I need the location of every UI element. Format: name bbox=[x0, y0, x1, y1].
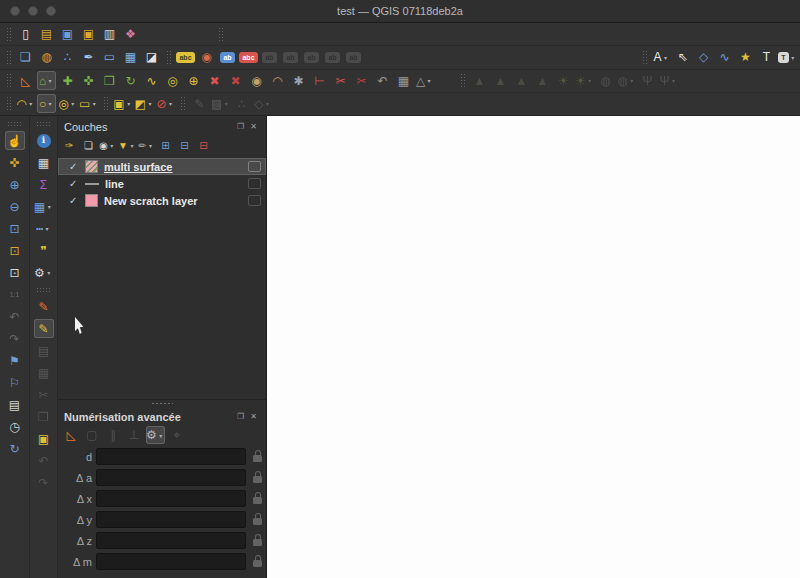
layer-diagram-icon[interactable]: ◉ bbox=[197, 48, 216, 67]
add-group-icon[interactable]: ❏ bbox=[80, 137, 97, 154]
new-bookmark-icon[interactable]: ⚑ bbox=[5, 351, 25, 370]
close-layers-panel-icon[interactable]: ✕ bbox=[247, 122, 260, 131]
deselect-features-icon[interactable]: ⊘▾ bbox=[156, 94, 175, 113]
measure-dropdown[interactable]: ▾ bbox=[43, 225, 51, 232]
select-features-icon[interactable]: ▣▾ bbox=[113, 94, 132, 113]
draw-rectangle-dropdown[interactable]: ▾ bbox=[90, 100, 98, 107]
delete-ring-icon[interactable]: ✖ bbox=[205, 71, 224, 90]
reverse-line-icon[interactable]: ↶ bbox=[373, 71, 392, 90]
run-feature-action-dropdown[interactable]: ▾ bbox=[45, 269, 53, 276]
float-layers-panel-icon[interactable]: ❐ bbox=[234, 122, 247, 131]
new-mesh-layer-icon[interactable]: ◪ bbox=[142, 48, 161, 67]
create-line-annotation-icon[interactable]: ∿ bbox=[715, 48, 734, 67]
remove-layer-icon[interactable]: ⊟ bbox=[195, 137, 212, 154]
pan-to-selection-icon[interactable]: ✜ bbox=[5, 153, 25, 172]
main-annotation-layer-dropdown[interactable]: ▾ bbox=[662, 54, 670, 61]
map-tips-icon[interactable]: ❞ bbox=[34, 241, 54, 260]
minimize-window-button[interactable] bbox=[28, 6, 38, 16]
layer-row-line[interactable]: ✓line bbox=[58, 175, 266, 192]
save-project-icon[interactable]: ▣ bbox=[58, 25, 77, 44]
layer-visibility-checkbox[interactable]: ✓ bbox=[69, 195, 79, 206]
create-polygon-annotation-icon[interactable]: ◇ bbox=[694, 48, 713, 67]
layer-row-new-scratch-layer[interactable]: ✓New scratch layer bbox=[58, 192, 266, 209]
new-project-icon[interactable]: ▯ bbox=[16, 25, 35, 44]
trim-extend-icon[interactable]: ⊢ bbox=[310, 71, 329, 90]
form-annotation-dropdown[interactable]: ▾ bbox=[789, 54, 797, 61]
draw-circle-dropdown[interactable]: ▾ bbox=[46, 100, 54, 107]
select-by-value-dropdown[interactable]: ▾ bbox=[45, 203, 53, 210]
draw-circle-icon[interactable]: ○▾ bbox=[37, 94, 56, 113]
layer-visibility-checkbox[interactable]: ✓ bbox=[69, 178, 79, 189]
add-part-icon[interactable]: ⊕ bbox=[184, 71, 203, 90]
snapping-options-dropdown[interactable]: ▾ bbox=[425, 77, 433, 84]
map-canvas[interactable] bbox=[267, 116, 800, 578]
new-geopackage-layer-icon[interactable]: ◍ bbox=[37, 48, 56, 67]
layout-manager-icon[interactable]: ▥ bbox=[100, 25, 119, 44]
move-feature-icon[interactable]: ✜ bbox=[79, 71, 98, 90]
rotate-feature-icon[interactable]: ↻ bbox=[121, 71, 140, 90]
select-by-value-icon[interactable]: ▦▾ bbox=[34, 197, 54, 216]
layer-visibility-checkbox[interactable]: ✓ bbox=[69, 161, 79, 172]
filter-legend-icon[interactable]: ▼▾ bbox=[118, 137, 136, 154]
circular-string-icon[interactable]: ◠▾ bbox=[16, 94, 35, 113]
copy-move-feature-icon[interactable]: ❐ bbox=[100, 71, 119, 90]
draw-ellipse-dropdown[interactable]: ▾ bbox=[69, 100, 77, 107]
zoom-to-selection-icon[interactable]: ⊡ bbox=[5, 241, 25, 260]
split-features-icon[interactable]: ✂ bbox=[331, 71, 350, 90]
new-virtual-layer-icon[interactable]: ▦ bbox=[121, 48, 140, 67]
run-feature-action-icon[interactable]: ⚙▾ bbox=[34, 263, 54, 282]
select-annotation-icon[interactable]: ⇖ bbox=[673, 48, 692, 67]
circular-string-dropdown[interactable]: ▾ bbox=[27, 100, 35, 107]
pan-map-icon[interactable]: ☝ bbox=[5, 131, 25, 150]
deselect-features-dropdown[interactable]: ▾ bbox=[167, 100, 175, 107]
identify-features-icon[interactable]: ℹ bbox=[34, 131, 54, 150]
digitize-with-segment-icon[interactable]: ⌂▾ bbox=[37, 71, 56, 90]
new-shapefile-layer-icon[interactable]: ✒ bbox=[79, 48, 98, 67]
zoom-in-icon[interactable]: ⊕ bbox=[5, 175, 25, 194]
save-project-as-icon[interactable]: ▣ bbox=[79, 25, 98, 44]
pin-labels-icon[interactable]: ab bbox=[218, 48, 237, 67]
open-attribute-table-icon[interactable]: ▦ bbox=[34, 153, 54, 172]
invert-selection-icon[interactable]: ◩▾ bbox=[135, 94, 154, 113]
draw-rectangle-icon[interactable]: ▭▾ bbox=[79, 94, 98, 113]
select-features-dropdown[interactable]: ▾ bbox=[125, 100, 133, 107]
delete-part-icon[interactable]: ✖ bbox=[226, 71, 245, 90]
offset-curve-icon[interactable]: ◠ bbox=[268, 71, 287, 90]
layout-grid-icon[interactable]: ▦ bbox=[394, 71, 413, 90]
statistical-summary-icon[interactable]: Σ bbox=[34, 175, 54, 194]
filter-by-expression-icon[interactable]: ✏▾ bbox=[138, 137, 155, 154]
show-bookmarks-icon[interactable]: ⚐ bbox=[5, 373, 25, 392]
collapse-all-icon[interactable]: ⊟ bbox=[176, 137, 193, 154]
fill-ring-icon[interactable]: ◉ bbox=[247, 71, 266, 90]
open-layer-styling-icon[interactable]: ✑ bbox=[61, 137, 78, 154]
form-annotation-icon[interactable]: T▾ bbox=[778, 48, 797, 67]
paste-features-icon[interactable]: ▣ bbox=[34, 429, 54, 448]
panel-splitter[interactable] bbox=[58, 400, 266, 406]
style-manager-icon[interactable]: ❖ bbox=[121, 25, 140, 44]
enable-advanced-digitizing-icon[interactable]: ◺ bbox=[62, 426, 80, 444]
temporal-controller-icon[interactable]: ◷ bbox=[5, 417, 25, 436]
new-scratch-layer-icon[interactable]: ▭ bbox=[100, 48, 119, 67]
close-digitizing-panel-icon[interactable]: ✕ bbox=[247, 412, 260, 421]
data-source-manager-icon[interactable]: ❏ bbox=[16, 48, 35, 67]
manage-map-themes-dropdown[interactable]: ▾ bbox=[108, 142, 116, 149]
new-spatialite-layer-icon[interactable]: ∴ bbox=[58, 48, 77, 67]
digitize-with-segment-dropdown[interactable]: ▾ bbox=[46, 77, 54, 84]
simplify-feature-icon[interactable]: ∿ bbox=[142, 71, 161, 90]
float-digitizing-panel-icon[interactable]: ❐ bbox=[234, 412, 247, 421]
expand-all-icon[interactable]: ⊞ bbox=[157, 137, 174, 154]
split-parts-icon[interactable]: ✂ bbox=[352, 71, 371, 90]
create-marker-annotation-icon[interactable]: ★ bbox=[736, 48, 755, 67]
zoom-window-button[interactable] bbox=[46, 6, 56, 16]
move-label-icon[interactable]: abc bbox=[239, 48, 258, 67]
vertex-tool-icon[interactable]: ✱ bbox=[289, 71, 308, 90]
draw-ellipse-icon[interactable]: ◎▾ bbox=[58, 94, 77, 113]
add-ring-icon[interactable]: ◎ bbox=[163, 71, 182, 90]
toggle-editing-icon[interactable]: ✎ bbox=[34, 319, 54, 338]
current-edits-icon[interactable]: ✎ bbox=[34, 297, 54, 316]
manage-map-themes-icon[interactable]: ◉▾ bbox=[99, 137, 116, 154]
filter-legend-dropdown[interactable]: ▾ bbox=[128, 142, 136, 149]
digitizing-settings-dropdown[interactable]: ▾ bbox=[157, 432, 165, 439]
filter-by-expression-dropdown[interactable]: ▾ bbox=[147, 142, 155, 149]
invert-selection-dropdown[interactable]: ▾ bbox=[146, 100, 154, 107]
